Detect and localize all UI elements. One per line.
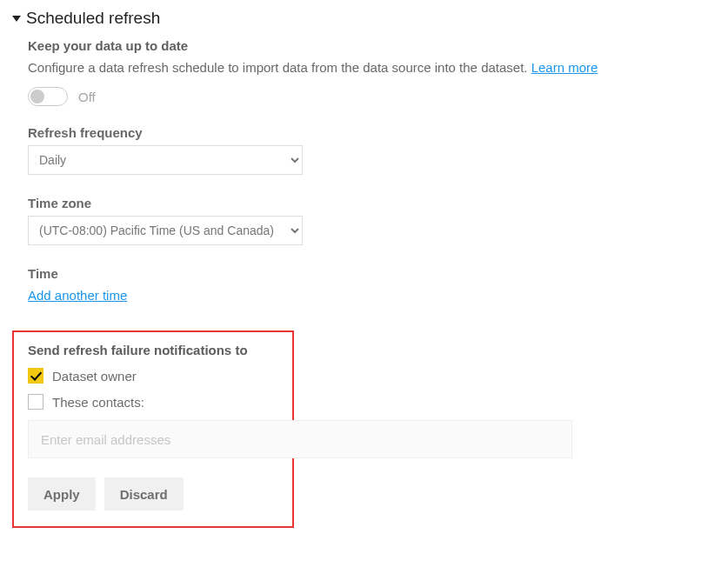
section-header[interactable]: Scheduled refresh: [12, 9, 716, 28]
dataset-owner-label: Dataset owner: [52, 369, 137, 384]
dataset-owner-row: Dataset owner: [28, 368, 278, 384]
email-input-wrap: [28, 420, 278, 458]
these-contacts-checkbox[interactable]: [28, 394, 43, 410]
keep-up-to-date-desc: Configure a data refresh schedule to imp…: [28, 58, 716, 77]
notify-heading: Send refresh failure notifications to: [28, 343, 278, 357]
notifications-highlight-box: Send refresh failure notifications to Da…: [12, 330, 294, 528]
toggle-state-label: Off: [78, 90, 96, 104]
discard-button[interactable]: Discard: [104, 477, 184, 511]
these-contacts-row: These contacts:: [28, 394, 278, 410]
section-content: Keep your data up to date Configure a da…: [12, 38, 716, 528]
apply-button[interactable]: Apply: [28, 477, 96, 511]
desc-text: Configure a data refresh schedule to imp…: [28, 60, 531, 75]
toggle-row: Off: [28, 87, 716, 106]
email-addresses-input[interactable]: [28, 420, 572, 458]
add-another-time-link[interactable]: Add another time: [28, 288, 127, 303]
timezone-select[interactable]: (UTC-08:00) Pacific Time (US and Canada): [28, 216, 303, 245]
button-row: Apply Discard: [28, 477, 278, 511]
learn-more-link[interactable]: Learn more: [531, 60, 598, 75]
section-title: Scheduled refresh: [26, 9, 160, 28]
timezone-wrap: (UTC-08:00) Pacific Time (US and Canada): [28, 216, 716, 245]
refresh-toggle[interactable]: [28, 87, 68, 106]
refresh-frequency-label: Refresh frequency: [28, 125, 716, 140]
refresh-frequency-select[interactable]: Daily: [28, 145, 303, 175]
dataset-owner-checkbox[interactable]: [28, 368, 43, 384]
collapse-triangle-icon: [12, 16, 21, 22]
refresh-frequency-wrap: Daily: [28, 145, 716, 175]
timezone-label: Time zone: [28, 196, 716, 210]
keep-up-to-date-heading: Keep your data up to date: [28, 38, 716, 53]
these-contacts-label: These contacts:: [52, 395, 144, 410]
toggle-knob-icon: [30, 90, 44, 103]
time-label: Time: [28, 266, 716, 281]
